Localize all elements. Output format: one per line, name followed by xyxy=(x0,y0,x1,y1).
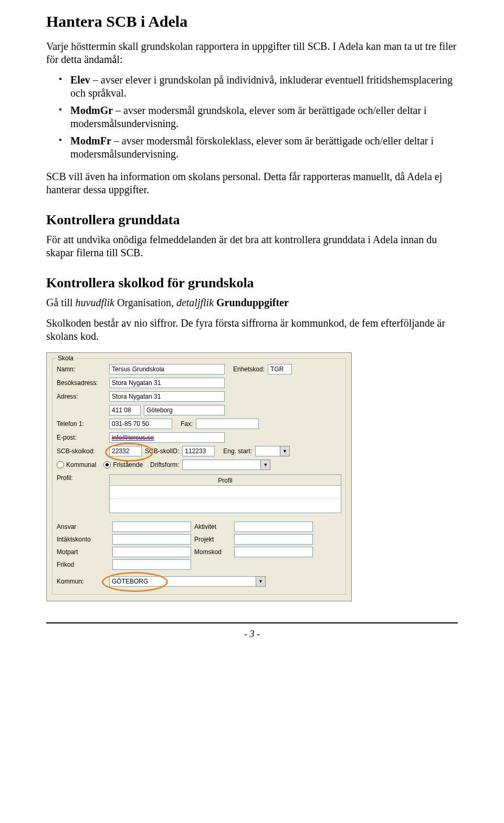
scb-skolid-field[interactable]: 112233 xyxy=(182,446,215,456)
modmfr-label: ModmFr xyxy=(70,135,111,147)
motpart-field[interactable] xyxy=(112,547,191,557)
enhetskod-field[interactable]: TGR xyxy=(268,364,292,374)
besoksadress-field[interactable]: Stora Nygatan 31 xyxy=(109,378,225,388)
accounting-grid: Ansvar Aktivitet Intäktskonto Projekt Mo… xyxy=(57,522,341,570)
kommunal-radio[interactable]: Kommunal xyxy=(57,461,96,468)
enhetskod-label: Enhetskod: xyxy=(233,366,265,373)
elev-label: Elev xyxy=(70,74,90,86)
profil-row[interactable] xyxy=(110,487,341,499)
modmgr-label: ModmGr xyxy=(70,105,113,116)
projekt-field[interactable] xyxy=(234,534,313,545)
personal-note: SCB vill även ha information om skolans … xyxy=(46,170,458,196)
namn-field[interactable]: Tersus Grundskola xyxy=(109,364,225,374)
aktivitet-field[interactable] xyxy=(234,522,313,532)
file-types-list: Elev – avser elever i grundskolan på ind… xyxy=(46,74,458,161)
nav-instruction: Gå till huvudflik Organisation, detaljfl… xyxy=(46,296,458,309)
intro-paragraph: Varje hösttermin skall grundskolan rappo… xyxy=(46,40,458,66)
list-item: Elev – avser elever i grundskolan på ind… xyxy=(70,74,458,100)
fax-field[interactable] xyxy=(196,419,259,429)
kommun-field[interactable]: GÖTEBORG xyxy=(109,576,256,587)
section-kontrollera-skolkod: Kontrollera skolkod för grundskola xyxy=(46,275,458,291)
eng-start-label: Eng. start: xyxy=(223,447,252,455)
ansvar-label: Ansvar xyxy=(57,523,109,530)
fristaende-radio[interactable]: Fristående xyxy=(103,461,143,468)
profil-row[interactable] xyxy=(110,500,341,512)
epost-label: E-post: xyxy=(57,434,109,441)
strikethrough-icon xyxy=(112,437,154,439)
list-item: ModmFr – avser modersmål förskoleklass, … xyxy=(70,134,458,161)
footer-rule xyxy=(46,622,458,623)
page-number: - 3 - xyxy=(46,629,458,640)
momskod-field[interactable] xyxy=(234,547,313,557)
chevron-down-icon[interactable]: ▼ xyxy=(256,576,266,587)
skolkod-paragraph: Skolkoden består av nio siffror. De fyra… xyxy=(46,317,458,343)
postnr-field[interactable]: 411 08 xyxy=(109,405,141,415)
driftsform-field[interactable] xyxy=(182,460,261,470)
intaktskonto-field[interactable] xyxy=(112,534,191,545)
section-kontrollera-grunddata: Kontrollera grunddata xyxy=(46,212,458,228)
adress-field[interactable]: Stora Nygatan 31 xyxy=(109,391,225,402)
namn-label: Namn: xyxy=(57,366,109,373)
adress-label: Adress: xyxy=(57,393,109,400)
list-item: ModmGr – avser modersmål grundskola, ele… xyxy=(70,104,458,130)
scb-skolid-label: SCB-skolID: xyxy=(145,447,179,455)
profil-column-header: Profil xyxy=(110,475,341,486)
momskod-label: Momskod xyxy=(194,548,231,556)
frikod-label: Frikod xyxy=(57,561,109,568)
frikod-field[interactable] xyxy=(112,559,191,570)
motpart-label: Motpart xyxy=(57,548,109,556)
chevron-down-icon[interactable]: ▼ xyxy=(260,460,270,470)
skola-form: Skola Namn: Tersus Grundskola Enhetskod:… xyxy=(46,352,352,601)
projekt-label: Projekt xyxy=(194,536,231,543)
ort-field[interactable]: Göteborg xyxy=(144,405,225,415)
intaktskonto-label: Intäktskonto xyxy=(57,536,109,543)
besoksadress-label: Besöksadress: xyxy=(57,379,109,387)
fax-label: Fax: xyxy=(181,420,193,428)
aktivitet-label: Aktivitet xyxy=(194,523,231,530)
profil-label: Profil: xyxy=(57,474,109,482)
chevron-down-icon[interactable]: ▼ xyxy=(280,446,290,456)
kommun-label: Kommun: xyxy=(57,578,109,585)
telefon-label: Telefon 1: xyxy=(57,420,109,428)
ansvar-field[interactable] xyxy=(112,522,191,532)
eng-start-field[interactable] xyxy=(255,446,280,456)
scb-skolkod-field[interactable]: 22332 xyxy=(109,446,142,456)
scb-skolkod-label: SCB-skolkod: xyxy=(57,447,109,455)
telefon-field[interactable]: 031-85 70 50 xyxy=(109,419,172,429)
grunddata-paragraph: För att undvika onödiga felmeddelanden ä… xyxy=(46,233,458,259)
groupbox-legend: Skola xyxy=(56,355,76,362)
driftsform-label: Driftsform: xyxy=(150,461,179,468)
epost-field[interactable]: info@tersus.se xyxy=(109,432,225,443)
page-title: Hantera SCB i Adela xyxy=(46,13,458,30)
